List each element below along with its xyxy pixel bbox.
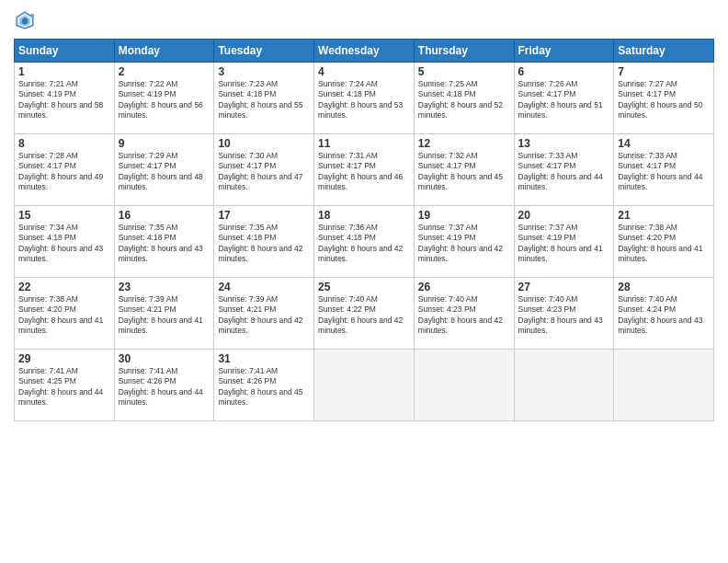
calendar-cell: 18Sunrise: 7:36 AMSunset: 4:18 PMDayligh… [314, 206, 415, 278]
day-header-thursday: Thursday [414, 40, 514, 63]
day-number: 13 [518, 137, 610, 150]
calendar-header-row: SundayMondayTuesdayWednesdayThursdayFrid… [15, 40, 714, 63]
calendar-cell: 7Sunrise: 7:27 AMSunset: 4:17 PMDaylight… [614, 63, 714, 134]
calendar-week-1: 1Sunrise: 7:21 AMSunset: 4:19 PMDaylight… [15, 63, 714, 134]
cell-text: Sunrise: 7:41 AMSunset: 4:25 PMDaylight:… [18, 366, 110, 408]
day-header-sunday: Sunday [15, 40, 115, 63]
cell-text: Sunrise: 7:30 AMSunset: 4:17 PMDaylight:… [218, 151, 310, 193]
calendar-cell: 20Sunrise: 7:37 AMSunset: 4:19 PMDayligh… [514, 206, 614, 278]
day-header-tuesday: Tuesday [214, 40, 314, 63]
cell-text: Sunrise: 7:28 AMSunset: 4:17 PMDaylight:… [18, 151, 110, 193]
cell-text: Sunrise: 7:21 AMSunset: 4:19 PMDaylight:… [18, 79, 110, 121]
calendar-table: SundayMondayTuesdayWednesdayThursdayFrid… [14, 39, 714, 421]
calendar-week-4: 22Sunrise: 7:38 AMSunset: 4:20 PMDayligh… [15, 278, 714, 350]
cell-text: Sunrise: 7:34 AMSunset: 4:18 PMDaylight:… [18, 223, 110, 265]
cell-text: Sunrise: 7:36 AMSunset: 4:18 PMDaylight:… [318, 223, 410, 265]
calendar-week-2: 8Sunrise: 7:28 AMSunset: 4:17 PMDaylight… [15, 134, 714, 206]
cell-text: Sunrise: 7:35 AMSunset: 4:18 PMDaylight:… [119, 223, 210, 265]
logo [14, 9, 40, 31]
day-number: 22 [18, 281, 110, 293]
cell-text: Sunrise: 7:37 AMSunset: 4:19 PMDaylight:… [418, 223, 510, 265]
calendar-cell [314, 350, 415, 421]
day-number: 23 [119, 281, 210, 293]
calendar-cell: 27Sunrise: 7:40 AMSunset: 4:23 PMDayligh… [514, 278, 614, 350]
cell-text: Sunrise: 7:37 AMSunset: 4:19 PMDaylight:… [518, 223, 610, 265]
calendar-cell: 28Sunrise: 7:40 AMSunset: 4:24 PMDayligh… [614, 278, 714, 350]
day-header-friday: Friday [514, 40, 614, 63]
calendar-cell: 10Sunrise: 7:30 AMSunset: 4:17 PMDayligh… [214, 134, 314, 206]
calendar-cell: 29Sunrise: 7:41 AMSunset: 4:25 PMDayligh… [15, 350, 115, 421]
calendar-cell: 16Sunrise: 7:35 AMSunset: 4:18 PMDayligh… [114, 206, 214, 278]
cell-text: Sunrise: 7:29 AMSunset: 4:17 PMDaylight:… [119, 151, 210, 193]
cell-text: Sunrise: 7:35 AMSunset: 4:18 PMDaylight:… [218, 223, 310, 265]
calendar-cell: 30Sunrise: 7:41 AMSunset: 4:26 PMDayligh… [114, 350, 214, 421]
day-number: 4 [318, 65, 410, 78]
calendar-cell: 13Sunrise: 7:33 AMSunset: 4:17 PMDayligh… [514, 134, 614, 206]
calendar-cell: 4Sunrise: 7:24 AMSunset: 4:18 PMDaylight… [314, 63, 415, 134]
day-number: 20 [518, 209, 610, 222]
day-number: 31 [218, 352, 310, 365]
day-number: 28 [618, 281, 710, 293]
calendar-cell: 9Sunrise: 7:29 AMSunset: 4:17 PMDaylight… [114, 134, 214, 206]
calendar-cell: 5Sunrise: 7:25 AMSunset: 4:18 PMDaylight… [414, 63, 514, 134]
calendar-cell: 6Sunrise: 7:26 AMSunset: 4:17 PMDaylight… [514, 63, 614, 134]
calendar-cell: 26Sunrise: 7:40 AMSunset: 4:23 PMDayligh… [414, 278, 514, 350]
day-number: 9 [119, 137, 210, 150]
cell-text: Sunrise: 7:40 AMSunset: 4:23 PMDaylight:… [518, 294, 610, 337]
calendar-week-5: 29Sunrise: 7:41 AMSunset: 4:25 PMDayligh… [15, 350, 714, 421]
day-number: 12 [418, 137, 510, 150]
cell-text: Sunrise: 7:41 AMSunset: 4:26 PMDaylight:… [218, 366, 310, 408]
cell-text: Sunrise: 7:39 AMSunset: 4:21 PMDaylight:… [218, 294, 310, 337]
day-number: 6 [518, 65, 610, 78]
day-header-monday: Monday [114, 40, 214, 63]
cell-text: Sunrise: 7:27 AMSunset: 4:17 PMDaylight:… [618, 79, 710, 121]
calendar-cell: 1Sunrise: 7:21 AMSunset: 4:19 PMDaylight… [15, 63, 115, 134]
cell-text: Sunrise: 7:31 AMSunset: 4:17 PMDaylight:… [318, 151, 410, 193]
day-number: 14 [618, 137, 710, 150]
calendar-cell: 19Sunrise: 7:37 AMSunset: 4:19 PMDayligh… [414, 206, 514, 278]
day-number: 16 [119, 209, 210, 222]
calendar-cell: 8Sunrise: 7:28 AMSunset: 4:17 PMDaylight… [15, 134, 115, 206]
day-number: 27 [518, 281, 610, 293]
calendar-cell [614, 350, 714, 421]
calendar-cell: 31Sunrise: 7:41 AMSunset: 4:26 PMDayligh… [214, 350, 314, 421]
cell-text: Sunrise: 7:26 AMSunset: 4:17 PMDaylight:… [518, 79, 610, 121]
calendar-cell [414, 350, 514, 421]
day-number: 26 [418, 281, 510, 293]
cell-text: Sunrise: 7:39 AMSunset: 4:21 PMDaylight:… [119, 294, 210, 337]
logo-icon [14, 9, 36, 31]
calendar-cell: 14Sunrise: 7:33 AMSunset: 4:17 PMDayligh… [614, 134, 714, 206]
day-number: 7 [618, 65, 710, 78]
calendar-cell: 2Sunrise: 7:22 AMSunset: 4:19 PMDaylight… [114, 63, 214, 134]
calendar-cell: 24Sunrise: 7:39 AMSunset: 4:21 PMDayligh… [214, 278, 314, 350]
day-number: 19 [418, 209, 510, 222]
calendar-cell: 25Sunrise: 7:40 AMSunset: 4:22 PMDayligh… [314, 278, 415, 350]
calendar-cell: 15Sunrise: 7:34 AMSunset: 4:18 PMDayligh… [15, 206, 115, 278]
day-header-wednesday: Wednesday [314, 40, 415, 63]
calendar-cell: 3Sunrise: 7:23 AMSunset: 4:18 PMDaylight… [214, 63, 314, 134]
day-number: 8 [18, 137, 110, 150]
day-number: 3 [218, 65, 310, 78]
cell-text: Sunrise: 7:40 AMSunset: 4:23 PMDaylight:… [418, 294, 510, 337]
cell-text: Sunrise: 7:22 AMSunset: 4:19 PMDaylight:… [119, 79, 210, 121]
cell-text: Sunrise: 7:24 AMSunset: 4:18 PMDaylight:… [318, 79, 410, 121]
calendar-cell: 21Sunrise: 7:38 AMSunset: 4:20 PMDayligh… [614, 206, 714, 278]
day-number: 10 [218, 137, 310, 150]
cell-text: Sunrise: 7:32 AMSunset: 4:17 PMDaylight:… [418, 151, 510, 193]
day-number: 1 [18, 65, 110, 78]
calendar-cell: 17Sunrise: 7:35 AMSunset: 4:18 PMDayligh… [214, 206, 314, 278]
day-number: 29 [18, 352, 110, 365]
day-number: 30 [119, 352, 210, 365]
day-number: 25 [318, 281, 410, 293]
cell-text: Sunrise: 7:41 AMSunset: 4:26 PMDaylight:… [119, 366, 210, 408]
cell-text: Sunrise: 7:40 AMSunset: 4:22 PMDaylight:… [318, 294, 410, 337]
day-number: 5 [418, 65, 510, 78]
cell-text: Sunrise: 7:38 AMSunset: 4:20 PMDaylight:… [18, 294, 110, 337]
day-number: 17 [218, 209, 310, 222]
calendar-cell [514, 350, 614, 421]
day-number: 18 [318, 209, 410, 222]
cell-text: Sunrise: 7:23 AMSunset: 4:18 PMDaylight:… [218, 79, 310, 121]
day-number: 24 [218, 281, 310, 293]
cell-text: Sunrise: 7:40 AMSunset: 4:24 PMDaylight:… [618, 294, 710, 337]
calendar-cell: 23Sunrise: 7:39 AMSunset: 4:21 PMDayligh… [114, 278, 214, 350]
